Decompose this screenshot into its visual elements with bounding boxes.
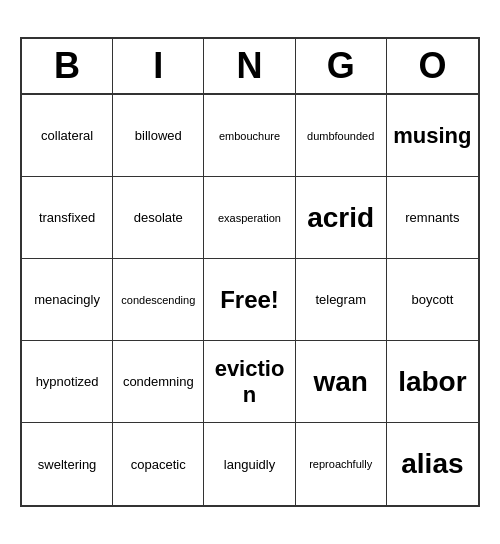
bingo-cell: exasperation — [204, 177, 295, 259]
header-letter: G — [296, 39, 387, 93]
bingo-cell: labor — [387, 341, 478, 423]
cell-text: hypnotized — [26, 374, 108, 389]
bingo-cell: transfixed — [22, 177, 113, 259]
bingo-header: BINGO — [22, 39, 478, 95]
bingo-cell: remnants — [387, 177, 478, 259]
cell-text: collateral — [26, 128, 108, 143]
bingo-cell: telegram — [296, 259, 387, 341]
cell-text: acrid — [300, 202, 382, 234]
bingo-cell: dumbfounded — [296, 95, 387, 177]
bingo-cell: reproachfully — [296, 423, 387, 505]
bingo-cell: alias — [387, 423, 478, 505]
bingo-cell: acrid — [296, 177, 387, 259]
bingo-cell: boycott — [387, 259, 478, 341]
bingo-grid: collateralbillowedembouchuredumbfoundedm… — [22, 95, 478, 505]
cell-text: labor — [391, 366, 474, 398]
cell-text: copacetic — [117, 457, 199, 472]
bingo-cell: Free! — [204, 259, 295, 341]
bingo-cell: copacetic — [113, 423, 204, 505]
cell-text: wan — [300, 366, 382, 398]
header-letter: I — [113, 39, 204, 93]
cell-text: boycott — [391, 292, 474, 307]
cell-text: telegram — [300, 292, 382, 307]
bingo-cell: musing — [387, 95, 478, 177]
header-letter: B — [22, 39, 113, 93]
bingo-cell: wan — [296, 341, 387, 423]
cell-text: dumbfounded — [300, 130, 382, 142]
cell-text: musing — [391, 123, 474, 149]
cell-text: sweltering — [26, 457, 108, 472]
bingo-cell: desolate — [113, 177, 204, 259]
bingo-cell: hypnotized — [22, 341, 113, 423]
header-letter: N — [204, 39, 295, 93]
bingo-card: BINGO collateralbillowedembouchuredumbfo… — [20, 37, 480, 507]
cell-text: desolate — [117, 210, 199, 225]
cell-text: remnants — [391, 210, 474, 225]
bingo-cell: eviction — [204, 341, 295, 423]
cell-text: billowed — [117, 128, 199, 143]
cell-text: alias — [391, 448, 474, 480]
bingo-cell: condemning — [113, 341, 204, 423]
bingo-cell: embouchure — [204, 95, 295, 177]
cell-text: Free! — [208, 286, 290, 314]
bingo-cell: collateral — [22, 95, 113, 177]
cell-text: menacingly — [26, 292, 108, 307]
cell-text: condescending — [117, 294, 199, 306]
bingo-cell: sweltering — [22, 423, 113, 505]
bingo-cell: billowed — [113, 95, 204, 177]
cell-text: languidly — [208, 457, 290, 472]
cell-text: embouchure — [208, 130, 290, 142]
cell-text: condemning — [117, 374, 199, 389]
cell-text: eviction — [208, 356, 290, 408]
bingo-cell: languidly — [204, 423, 295, 505]
cell-text: transfixed — [26, 210, 108, 225]
cell-text: reproachfully — [300, 458, 382, 470]
header-letter: O — [387, 39, 478, 93]
bingo-cell: condescending — [113, 259, 204, 341]
cell-text: exasperation — [208, 212, 290, 224]
bingo-cell: menacingly — [22, 259, 113, 341]
